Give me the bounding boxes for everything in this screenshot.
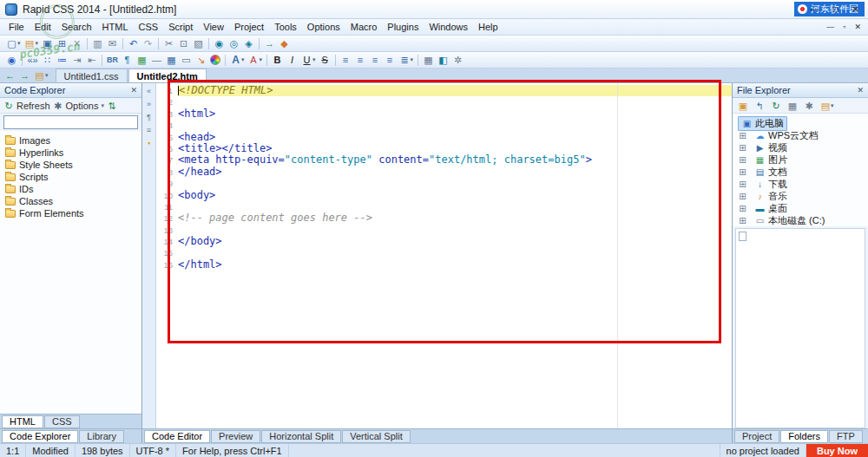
- dock-tab-project[interactable]: Project: [734, 430, 779, 443]
- code-line[interactable]: 3<html>: [156, 108, 732, 120]
- code-explorer-item[interactable]: IDs: [0, 183, 141, 195]
- print-icon[interactable]: ▥: [91, 36, 104, 50]
- menu-windows[interactable]: Windows: [424, 21, 473, 33]
- menu-help[interactable]: Help: [473, 21, 503, 33]
- recent-files-icon[interactable]: ▤▾: [33, 69, 49, 82]
- code-explorer-item[interactable]: Form Elements: [0, 207, 141, 219]
- open-file-icon[interactable]: ▤▾: [23, 36, 40, 50]
- code-explorer-item[interactable]: Hyperlinks: [0, 147, 141, 159]
- doc-tab-untitled2-htm[interactable]: Untitled2.htm: [128, 69, 207, 82]
- pilcrow-icon[interactable]: ¶: [143, 111, 155, 122]
- goto-line-icon[interactable]: →: [263, 36, 276, 50]
- maximize-button[interactable]: □: [833, 3, 838, 16]
- folder-dropdown-icon[interactable]: ▤▾: [819, 99, 835, 113]
- code-explorer-close-icon[interactable]: ✕: [130, 86, 137, 95]
- file-tree-item[interactable]: 此电脑: [733, 117, 868, 129]
- code-line[interactable]: 12<!-- page content goes here -->: [156, 212, 732, 224]
- align-left-icon[interactable]: ≡: [339, 53, 352, 67]
- code-explorer-item[interactable]: Style Sheets: [0, 159, 141, 171]
- dock-tab-library[interactable]: Library: [79, 430, 124, 443]
- code-line[interactable]: 4: [156, 120, 732, 131]
- align-justify-icon[interactable]: ≡: [384, 53, 397, 67]
- code-explorer-filter-input[interactable]: [3, 115, 138, 129]
- view-tab-preview[interactable]: Preview: [211, 430, 260, 443]
- code-line[interactable]: 6<title></title>: [156, 143, 732, 154]
- type-tab-html[interactable]: HTML: [2, 415, 43, 428]
- italic-button[interactable]: I: [286, 53, 299, 67]
- code-line[interactable]: 11: [156, 201, 732, 212]
- new-folder-icon[interactable]: ▣: [737, 99, 749, 113]
- file-list[interactable]: [735, 228, 865, 428]
- align-right-icon[interactable]: ≡: [369, 53, 382, 67]
- mdi-restore-button[interactable]: ▫: [843, 23, 845, 31]
- numbered-list-icon[interactable]: ≔: [56, 53, 69, 67]
- file-tree-item[interactable]: ⊞下载: [733, 178, 868, 190]
- fold-expand-icon[interactable]: »: [143, 98, 155, 109]
- font-color-icon[interactable]: A▾: [247, 53, 264, 67]
- view-mode-icon[interactable]: ▦: [786, 99, 799, 113]
- dock-tab-code-explorer[interactable]: Code Explorer: [2, 430, 78, 443]
- tree-expander-icon[interactable]: ⊞: [738, 192, 747, 201]
- mdi-close-button[interactable]: ✕: [854, 23, 861, 31]
- view-tab-horizontal-split[interactable]: Horizontal Split: [261, 430, 341, 443]
- code-line[interactable]: 10<body>: [156, 190, 732, 201]
- bookmark-icon[interactable]: ◆: [278, 36, 291, 50]
- font-size-icon[interactable]: A▾: [229, 53, 246, 67]
- file-explorer-close-icon[interactable]: ✕: [857, 86, 864, 95]
- menu-project[interactable]: Project: [229, 21, 269, 33]
- code-line[interactable]: 9: [156, 178, 732, 189]
- paste-icon[interactable]: ▧: [192, 36, 205, 50]
- sort-toggle-icon[interactable]: ⇅: [107, 100, 117, 112]
- tree-expander-icon[interactable]: ⊞: [738, 216, 747, 225]
- options-button[interactable]: Options: [66, 101, 99, 111]
- form-icon[interactable]: ▭: [180, 53, 193, 67]
- settings-icon[interactable]: ✱: [803, 99, 815, 113]
- tree-expander-icon[interactable]: ⊞: [738, 131, 747, 140]
- go-up-icon[interactable]: ↰: [753, 99, 766, 113]
- line-break-button[interactable]: BR: [106, 53, 119, 67]
- menu-file[interactable]: File: [3, 21, 30, 33]
- view-tab-vertical-split[interactable]: Vertical Split: [342, 430, 411, 443]
- indent-icon[interactable]: ⇥: [70, 53, 83, 67]
- undo-icon[interactable]: ↶: [127, 36, 140, 50]
- code-line[interactable]: 13: [156, 225, 732, 236]
- menu-edit[interactable]: Edit: [30, 21, 56, 33]
- code-explorer-item[interactable]: Images: [0, 134, 141, 147]
- file-tree-item[interactable]: ⊞音乐: [733, 190, 868, 202]
- highlight-icon[interactable]: ◧: [437, 53, 450, 67]
- doc-tab-untitled1-css[interactable]: Untitled1.css: [56, 69, 128, 82]
- file-tree-item[interactable]: ⊞本地磁盘 (C:): [733, 214, 868, 226]
- underline-button[interactable]: U▾: [300, 53, 317, 67]
- menu-macro[interactable]: Macro: [345, 21, 383, 33]
- save-all-icon[interactable]: ⊞: [56, 36, 69, 50]
- find-icon[interactable]: ◉: [213, 36, 226, 50]
- forward-icon[interactable]: →: [18, 69, 31, 82]
- menu-view[interactable]: View: [198, 21, 229, 33]
- hint-icon[interactable]: ▪: [143, 137, 155, 148]
- color-picker-icon[interactable]: [209, 53, 221, 67]
- file-tree-item[interactable]: ⊞桌面: [733, 202, 868, 214]
- tree-expander-icon[interactable]: ⊞: [738, 180, 747, 189]
- file-tree-item[interactable]: ⊞图片: [733, 153, 868, 166]
- file-tree-item[interactable]: ⊞视频: [733, 141, 868, 153]
- code-line[interactable]: 8</head>: [156, 166, 732, 178]
- code-editor[interactable]: 1<!DOCTYPE HTML>23<html>45<head>6<title>…: [156, 83, 732, 428]
- strike-button[interactable]: S: [319, 53, 332, 67]
- anchor-icon[interactable]: ¶: [121, 53, 134, 67]
- buy-now-button[interactable]: Buy Now: [806, 444, 868, 457]
- table-icon[interactable]: ▦: [165, 53, 178, 67]
- align-center-icon[interactable]: ≡: [354, 53, 367, 67]
- outdent-icon[interactable]: ⇤: [85, 53, 98, 67]
- fold-collapse-icon[interactable]: «: [143, 85, 155, 96]
- menu-plugins[interactable]: Plugins: [382, 21, 424, 33]
- menu-options[interactable]: Options: [302, 21, 345, 33]
- code-line[interactable]: 1<!DOCTYPE HTML>: [156, 85, 732, 96]
- code-line[interactable]: 7<meta http-equiv="content-type" content…: [156, 154, 732, 166]
- close-document-icon[interactable]: ✕: [70, 36, 83, 50]
- code-line[interactable]: 2: [156, 96, 732, 108]
- code-line[interactable]: 15: [156, 247, 732, 258]
- image-icon[interactable]: ▦: [135, 53, 148, 67]
- menu-tools[interactable]: Tools: [269, 21, 302, 33]
- line-spacing-icon[interactable]: ≣▾: [398, 53, 415, 67]
- tag-insert-icon[interactable]: «»: [26, 53, 39, 67]
